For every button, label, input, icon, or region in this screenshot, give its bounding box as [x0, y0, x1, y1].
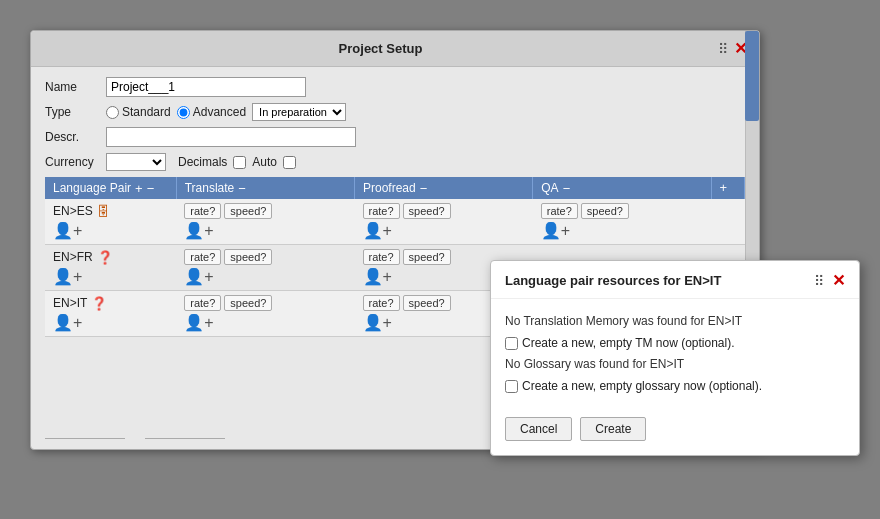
translate-rate-btn-enit[interactable]: rate?	[184, 295, 221, 311]
name-label: Name	[45, 80, 100, 94]
add-proofreader-icon-enit[interactable]: 👤+	[363, 314, 392, 331]
no-glossary-text: No Glossary was found for EN>IT	[505, 354, 845, 376]
resources-grid-icon[interactable]: ⠿	[814, 273, 824, 289]
proofread-cell-enes: rate? speed? 👤+	[355, 199, 533, 245]
add-translator-icon-enes[interactable]: 👤+	[53, 222, 82, 239]
type-row: Type Standard Advanced In preparation	[45, 103, 745, 121]
add-translator-icon2-enes[interactable]: 👤+	[184, 222, 213, 239]
descr-input[interactable]	[106, 127, 356, 147]
create-button[interactable]: Create	[580, 417, 646, 441]
translate-rate-btn-enfr[interactable]: rate?	[184, 249, 221, 265]
resources-title: Language pair resources for EN>IT	[505, 273, 721, 288]
th-lang-pair: Language Pair + −	[45, 177, 176, 199]
help-icon-enit: ❓	[91, 296, 107, 311]
proofread-speed-btn-enes[interactable]: speed?	[403, 203, 451, 219]
create-tm-label: Create a new, empty TM now (optional).	[522, 333, 735, 355]
decimals-checkbox-label[interactable]	[233, 156, 246, 169]
proofread-speed-btn-enit[interactable]: speed?	[403, 295, 451, 311]
th-lang-add-btn[interactable]: +	[135, 182, 143, 195]
no-tm-text: No Translation Memory was found for EN>I…	[505, 311, 845, 333]
currency-row: Currency Decimals Auto	[45, 153, 745, 171]
th-qa: QA −	[533, 177, 711, 199]
decimals-checkbox[interactable]	[233, 156, 246, 169]
resources-footer: Cancel Create	[491, 409, 859, 455]
create-tm-checkbox[interactable]	[505, 337, 518, 350]
th-proofread: Proofread −	[355, 177, 533, 199]
th-plus: +	[711, 177, 744, 199]
grid-icon[interactable]: ⠿	[718, 41, 728, 57]
dialog-footer	[45, 425, 225, 439]
resources-close-button[interactable]: ✕	[832, 271, 845, 290]
cancel-button[interactable]: Cancel	[505, 417, 572, 441]
table-row: EN>ES 🗄 👤+ rate? speed?	[45, 199, 745, 245]
translate-cell-enfr: rate? speed? 👤+	[176, 245, 354, 291]
qa-rate-btn-enes[interactable]: rate?	[541, 203, 578, 219]
resources-title-bar: Language pair resources for EN>IT ⠿ ✕	[491, 261, 859, 299]
type-label: Type	[45, 105, 100, 119]
create-glossary-label: Create a new, empty glossary now (option…	[522, 376, 762, 398]
auto-checkbox-label[interactable]	[283, 156, 296, 169]
advanced-radio-label[interactable]: Advanced	[177, 105, 246, 119]
footer-line-1	[45, 425, 125, 439]
standard-radio-label[interactable]: Standard	[106, 105, 171, 119]
help-icon-enfr: ❓	[97, 250, 113, 265]
th-translate: Translate −	[176, 177, 354, 199]
translate-speed-btn-enit[interactable]: speed?	[224, 295, 272, 311]
proofread-rate-btn-enfr[interactable]: rate?	[363, 249, 400, 265]
dialog-title: Project Setup	[43, 41, 718, 56]
add-proofreader-icon-enfr[interactable]: 👤+	[363, 268, 392, 285]
translate-rate-btn-enes[interactable]: rate?	[184, 203, 221, 219]
add-qa-icon-enes[interactable]: 👤+	[541, 222, 570, 239]
proofread-speed-btn-enfr[interactable]: speed?	[403, 249, 451, 265]
lang-pair-value-enfr: EN>FR	[53, 250, 93, 264]
table-header-row: Language Pair + − Translate −	[45, 177, 745, 199]
name-input[interactable]	[106, 77, 306, 97]
add-translator-icon-enit[interactable]: 👤+	[53, 314, 82, 331]
qa-speed-btn-enes[interactable]: speed?	[581, 203, 629, 219]
proofread-rate-btn-enit[interactable]: rate?	[363, 295, 400, 311]
footer-line-2	[145, 425, 225, 439]
lang-pair-cell-enes: EN>ES 🗄 👤+	[45, 199, 176, 245]
resources-dialog: Language pair resources for EN>IT ⠿ ✕ No…	[490, 260, 860, 456]
standard-radio[interactable]	[106, 106, 119, 119]
auto-checkbox[interactable]	[283, 156, 296, 169]
create-glossary-line: Create a new, empty glossary now (option…	[505, 376, 845, 398]
lang-pair-value-enit: EN>IT	[53, 296, 87, 310]
standard-label: Standard	[122, 105, 171, 119]
th-translate-remove-btn[interactable]: −	[238, 182, 246, 195]
auto-label: Auto	[252, 155, 277, 169]
dialog-title-bar: Project Setup ⠿ ✕	[31, 31, 759, 67]
th-qa-label: QA	[541, 181, 558, 195]
proofread-rate-btn-enes[interactable]: rate?	[363, 203, 400, 219]
title-icons: ⠿ ✕	[718, 39, 747, 58]
descr-row: Descr.	[45, 127, 745, 147]
translate-speed-btn-enfr[interactable]: speed?	[224, 249, 272, 265]
lang-pair-value-enes: EN>ES	[53, 204, 93, 218]
db-icon: 🗄	[97, 204, 110, 219]
th-lang-label: Language Pair	[53, 181, 131, 195]
advanced-label: Advanced	[193, 105, 246, 119]
th-plus-btn[interactable]: +	[720, 181, 728, 194]
translate-speed-btn-enes[interactable]: speed?	[224, 203, 272, 219]
currency-select[interactable]	[106, 153, 166, 171]
decimals-label: Decimals	[178, 155, 227, 169]
currency-label: Currency	[45, 155, 100, 169]
th-translate-label: Translate	[185, 181, 235, 195]
qa-cell-enes: rate? speed? 👤+	[533, 199, 711, 245]
create-glossary-checkbox[interactable]	[505, 380, 518, 393]
status-select[interactable]: In preparation	[252, 103, 346, 121]
th-proofread-label: Proofread	[363, 181, 416, 195]
add-proofreader-icon-enes[interactable]: 👤+	[363, 222, 392, 239]
scrollbar-thumb[interactable]	[745, 31, 759, 121]
resources-body: No Translation Memory was found for EN>I…	[491, 299, 859, 409]
add-translator-icon-enfr[interactable]: 👤+	[53, 268, 82, 285]
th-qa-remove-btn[interactable]: −	[563, 182, 571, 195]
lang-pair-cell-enit: EN>IT ❓ 👤+	[45, 291, 176, 337]
translate-cell-enit: rate? speed? 👤+	[176, 291, 354, 337]
create-tm-line: Create a new, empty TM now (optional).	[505, 333, 845, 355]
add-translator-icon2-enit[interactable]: 👤+	[184, 314, 213, 331]
add-translator-icon2-enfr[interactable]: 👤+	[184, 268, 213, 285]
advanced-radio[interactable]	[177, 106, 190, 119]
th-lang-remove-btn[interactable]: −	[147, 182, 155, 195]
th-proofread-remove-btn[interactable]: −	[420, 182, 428, 195]
